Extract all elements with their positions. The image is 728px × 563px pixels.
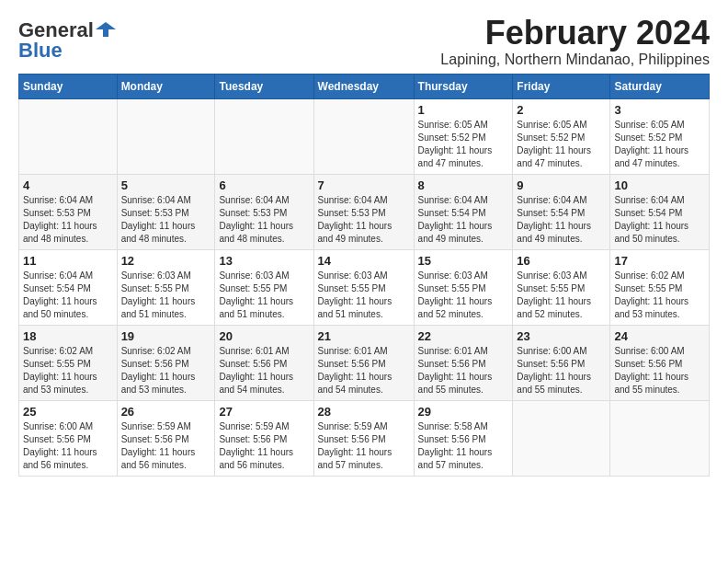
day-number: 29	[418, 405, 509, 419]
day-number: 13	[219, 254, 309, 268]
table-cell: 13Sunrise: 6:03 AM Sunset: 5:55 PM Dayli…	[215, 249, 313, 325]
day-number: 20	[219, 329, 309, 343]
table-cell: 25Sunrise: 6:00 AM Sunset: 5:56 PM Dayli…	[19, 400, 118, 476]
header: General Blue February 2024 Lapining, Nor…	[18, 15, 710, 68]
logo: General Blue	[18, 18, 116, 63]
table-cell	[313, 98, 414, 174]
day-info: Sunrise: 6:01 AM Sunset: 5:56 PM Dayligh…	[219, 345, 309, 396]
day-info: Sunrise: 6:02 AM Sunset: 5:56 PM Dayligh…	[121, 345, 211, 396]
week-row-3: 11Sunrise: 6:04 AM Sunset: 5:54 PM Dayli…	[19, 249, 710, 325]
header-thursday: Thursday	[414, 74, 513, 98]
table-cell: 18Sunrise: 6:02 AM Sunset: 5:55 PM Dayli…	[19, 325, 118, 400]
day-info: Sunrise: 6:01 AM Sunset: 5:56 PM Dayligh…	[418, 345, 509, 396]
table-cell: 5Sunrise: 6:04 AM Sunset: 5:53 PM Daylig…	[117, 174, 215, 249]
calendar-table: SundayMondayTuesdayWednesdayThursdayFrid…	[18, 74, 710, 477]
day-info: Sunrise: 5:59 AM Sunset: 5:56 PM Dayligh…	[219, 420, 309, 472]
day-number: 22	[418, 329, 509, 343]
day-info: Sunrise: 6:04 AM Sunset: 5:54 PM Dayligh…	[23, 270, 113, 321]
table-cell	[117, 98, 215, 174]
table-cell: 19Sunrise: 6:02 AM Sunset: 5:56 PM Dayli…	[117, 325, 215, 400]
day-number: 15	[418, 254, 509, 268]
day-info: Sunrise: 6:04 AM Sunset: 5:53 PM Dayligh…	[219, 194, 309, 246]
day-info: Sunrise: 6:04 AM Sunset: 5:53 PM Dayligh…	[23, 194, 113, 246]
day-number: 1	[418, 103, 509, 117]
main-title: February 2024	[440, 15, 710, 52]
day-number: 14	[318, 254, 410, 268]
day-info: Sunrise: 6:03 AM Sunset: 5:55 PM Dayligh…	[418, 270, 509, 321]
day-number: 10	[614, 178, 705, 192]
table-cell: 24Sunrise: 6:00 AM Sunset: 5:56 PM Dayli…	[610, 325, 710, 400]
day-info: Sunrise: 6:04 AM Sunset: 5:54 PM Dayligh…	[614, 194, 705, 246]
day-info: Sunrise: 6:04 AM Sunset: 5:53 PM Dayligh…	[121, 194, 211, 246]
table-cell: 4Sunrise: 6:04 AM Sunset: 5:53 PM Daylig…	[19, 174, 118, 249]
table-cell: 3Sunrise: 6:05 AM Sunset: 5:52 PM Daylig…	[610, 98, 710, 174]
header-tuesday: Tuesday	[215, 74, 313, 98]
table-cell: 17Sunrise: 6:02 AM Sunset: 5:55 PM Dayli…	[610, 249, 710, 325]
table-cell	[19, 98, 118, 174]
day-info: Sunrise: 6:00 AM Sunset: 5:56 PM Dayligh…	[614, 345, 705, 396]
header-sunday: Sunday	[19, 74, 118, 98]
day-number: 5	[121, 178, 211, 192]
day-number: 24	[614, 329, 705, 343]
header-saturday: Saturday	[610, 74, 710, 98]
day-number: 28	[318, 405, 410, 419]
svg-marker-0	[96, 22, 116, 37]
day-number: 16	[517, 254, 606, 268]
day-info: Sunrise: 6:01 AM Sunset: 5:56 PM Dayligh…	[318, 345, 410, 396]
day-number: 9	[517, 178, 606, 192]
day-info: Sunrise: 6:03 AM Sunset: 5:55 PM Dayligh…	[121, 270, 211, 321]
day-info: Sunrise: 5:59 AM Sunset: 5:56 PM Dayligh…	[121, 420, 211, 472]
table-cell: 2Sunrise: 6:05 AM Sunset: 5:52 PM Daylig…	[513, 98, 610, 174]
table-cell: 1Sunrise: 6:05 AM Sunset: 5:52 PM Daylig…	[414, 98, 513, 174]
day-number: 19	[121, 329, 211, 343]
table-cell: 15Sunrise: 6:03 AM Sunset: 5:55 PM Dayli…	[414, 249, 513, 325]
table-cell: 9Sunrise: 6:04 AM Sunset: 5:54 PM Daylig…	[513, 174, 610, 249]
table-cell: 14Sunrise: 6:03 AM Sunset: 5:55 PM Dayli…	[313, 249, 414, 325]
day-info: Sunrise: 6:03 AM Sunset: 5:55 PM Dayligh…	[219, 270, 309, 321]
day-number: 11	[23, 254, 113, 268]
day-info: Sunrise: 6:02 AM Sunset: 5:55 PM Dayligh…	[614, 270, 705, 321]
day-info: Sunrise: 6:00 AM Sunset: 5:56 PM Dayligh…	[23, 420, 113, 472]
table-cell: 21Sunrise: 6:01 AM Sunset: 5:56 PM Dayli…	[313, 325, 414, 400]
week-row-5: 25Sunrise: 6:00 AM Sunset: 5:56 PM Dayli…	[19, 400, 710, 476]
header-monday: Monday	[117, 74, 215, 98]
day-info: Sunrise: 6:04 AM Sunset: 5:54 PM Dayligh…	[517, 194, 606, 246]
table-cell: 28Sunrise: 5:59 AM Sunset: 5:56 PM Dayli…	[313, 400, 414, 476]
table-cell: 22Sunrise: 6:01 AM Sunset: 5:56 PM Dayli…	[414, 325, 513, 400]
day-number: 27	[219, 405, 309, 419]
day-info: Sunrise: 6:02 AM Sunset: 5:55 PM Dayligh…	[23, 345, 113, 396]
day-info: Sunrise: 6:05 AM Sunset: 5:52 PM Dayligh…	[517, 119, 606, 170]
table-cell: 29Sunrise: 5:58 AM Sunset: 5:56 PM Dayli…	[414, 400, 513, 476]
table-cell: 7Sunrise: 6:04 AM Sunset: 5:53 PM Daylig…	[313, 174, 414, 249]
table-cell	[513, 400, 610, 476]
day-info: Sunrise: 6:00 AM Sunset: 5:56 PM Dayligh…	[517, 345, 606, 396]
day-number: 8	[418, 178, 509, 192]
day-info: Sunrise: 6:03 AM Sunset: 5:55 PM Dayligh…	[517, 270, 606, 321]
table-cell	[610, 400, 710, 476]
table-cell: 12Sunrise: 6:03 AM Sunset: 5:55 PM Dayli…	[117, 249, 215, 325]
table-cell: 20Sunrise: 6:01 AM Sunset: 5:56 PM Dayli…	[215, 325, 313, 400]
table-cell: 16Sunrise: 6:03 AM Sunset: 5:55 PM Dayli…	[513, 249, 610, 325]
table-cell	[215, 98, 313, 174]
day-number: 4	[23, 178, 113, 192]
day-number: 17	[614, 254, 705, 268]
week-row-2: 4Sunrise: 6:04 AM Sunset: 5:53 PM Daylig…	[19, 174, 710, 249]
table-cell: 26Sunrise: 5:59 AM Sunset: 5:56 PM Dayli…	[117, 400, 215, 476]
day-number: 12	[121, 254, 211, 268]
day-info: Sunrise: 5:58 AM Sunset: 5:56 PM Dayligh…	[418, 420, 509, 472]
table-cell: 23Sunrise: 6:00 AM Sunset: 5:56 PM Dayli…	[513, 325, 610, 400]
table-cell: 27Sunrise: 5:59 AM Sunset: 5:56 PM Dayli…	[215, 400, 313, 476]
day-number: 18	[23, 329, 113, 343]
week-row-1: 1Sunrise: 6:05 AM Sunset: 5:52 PM Daylig…	[19, 98, 710, 174]
day-number: 21	[318, 329, 410, 343]
day-number: 7	[318, 178, 410, 192]
day-info: Sunrise: 6:04 AM Sunset: 5:54 PM Dayligh…	[418, 194, 509, 246]
day-number: 6	[219, 178, 309, 192]
table-cell: 11Sunrise: 6:04 AM Sunset: 5:54 PM Dayli…	[19, 249, 118, 325]
day-info: Sunrise: 6:03 AM Sunset: 5:55 PM Dayligh…	[318, 270, 410, 321]
header-wednesday: Wednesday	[313, 74, 414, 98]
header-friday: Friday	[513, 74, 610, 98]
day-number: 25	[23, 405, 113, 419]
calendar-header-row: SundayMondayTuesdayWednesdayThursdayFrid…	[19, 74, 710, 98]
subtitle: Lapining, Northern Mindanao, Philippines	[440, 52, 710, 68]
